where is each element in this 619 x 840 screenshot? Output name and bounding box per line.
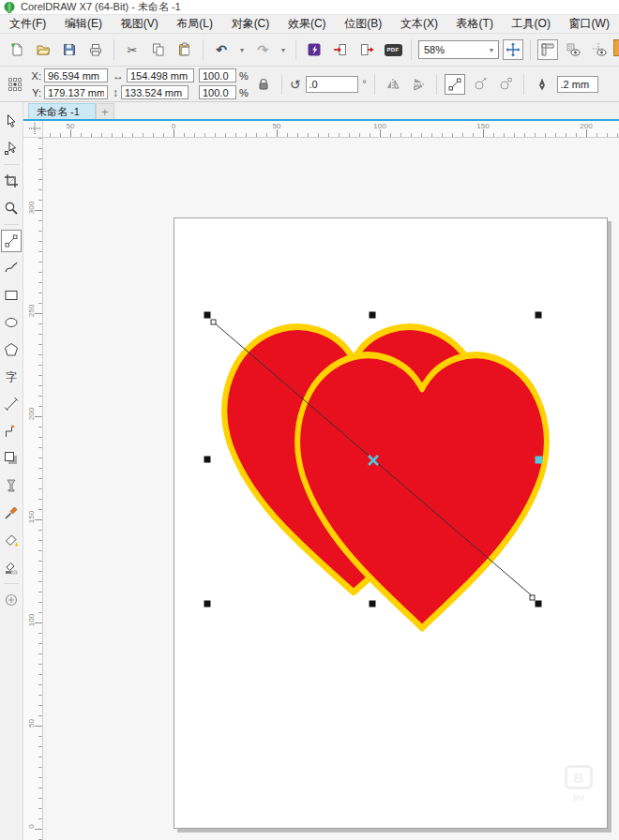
- menu-object[interactable]: 对象(C): [232, 16, 270, 32]
- line-endpoint-node[interactable]: [211, 320, 216, 324]
- outline-width-input[interactable]: [557, 76, 598, 93]
- line-segment-button[interactable]: [445, 74, 465, 95]
- ruler-label: 250: [27, 305, 36, 318]
- zoom-tool[interactable]: [1, 197, 22, 219]
- shape-node-arrow-icon: [4, 141, 19, 156]
- ruler-label: 50: [273, 122, 281, 130]
- dimension-tool[interactable]: [1, 393, 22, 415]
- vertical-ruler[interactable]: 300 250 200 150 100 50 0: [23, 138, 43, 840]
- close-curve-button[interactable]: [470, 74, 491, 95]
- object-origin-grid-icon: [8, 78, 22, 91]
- y-position-input[interactable]: [44, 85, 108, 99]
- show-grid-button[interactable]: [562, 38, 584, 61]
- menu-file[interactable]: 文件(F): [9, 16, 46, 32]
- reduce-nodes-button[interactable]: [495, 74, 516, 95]
- zoom-level-dropdown[interactable]: 58% ▾: [418, 40, 499, 59]
- menu-text[interactable]: 文本(X): [400, 16, 438, 32]
- polygon-icon: [4, 342, 19, 357]
- freehand-tool[interactable]: [1, 230, 22, 252]
- open-button[interactable]: [32, 38, 54, 61]
- snap-to-button[interactable]: [588, 38, 611, 61]
- ruler-label: 300: [27, 202, 36, 215]
- object-origin-button[interactable]: [5, 74, 25, 95]
- color-eyedropper-tool[interactable]: [1, 502, 22, 524]
- ellipse-tool[interactable]: [1, 311, 22, 334]
- undo-button[interactable]: ↶: [210, 38, 233, 61]
- selection-handle[interactable]: [204, 457, 211, 463]
- import-button[interactable]: [329, 38, 352, 61]
- menu-effects[interactable]: 效果(C): [288, 16, 326, 32]
- pick-tool[interactable]: [1, 110, 22, 132]
- cut-button[interactable]: ✂: [121, 38, 143, 61]
- mirror-vertical-button[interactable]: [408, 74, 429, 95]
- object-width-input[interactable]: [127, 68, 194, 82]
- menu-layout[interactable]: 布局(L): [176, 16, 213, 32]
- selection-handle[interactable]: [370, 312, 376, 319]
- mirror-horizontal-button[interactable]: [383, 74, 403, 95]
- document-tab[interactable]: 未命名 -1: [28, 103, 96, 119]
- publish-pdf-button[interactable]: PDF: [382, 38, 404, 61]
- shape-tool[interactable]: [1, 137, 22, 159]
- scale-x-input[interactable]: [199, 68, 236, 82]
- transparency-tool[interactable]: [1, 474, 22, 497]
- toolbox-separator: [4, 224, 19, 225]
- connector-icon: [4, 424, 19, 439]
- rectangle-tool[interactable]: [1, 284, 22, 307]
- selection-handle-active[interactable]: [536, 457, 543, 464]
- transparency-glass-icon: [4, 478, 19, 493]
- selection-handle[interactable]: [204, 312, 211, 319]
- copy-button[interactable]: [147, 38, 170, 61]
- show-rulers-button[interactable]: [537, 39, 558, 60]
- print-button[interactable]: [84, 38, 107, 61]
- new-document-button[interactable]: [6, 38, 28, 61]
- menu-bitmaps[interactable]: 位图(B): [344, 16, 382, 32]
- save-button[interactable]: [58, 38, 81, 61]
- text-tool[interactable]: 字: [1, 366, 22, 388]
- drawing-workspace[interactable]: B jiv: [43, 138, 619, 840]
- reduce-nodes-icon: [498, 77, 513, 92]
- quick-customize-button[interactable]: [1, 589, 22, 611]
- zoom-to-page-button[interactable]: [503, 39, 523, 60]
- redo-dropdown-button[interactable]: ▾: [278, 38, 289, 61]
- menu-table[interactable]: 表格(T): [457, 16, 493, 32]
- menu-tools[interactable]: 工具(O): [512, 16, 551, 32]
- line-endpoint-node[interactable]: [530, 595, 535, 600]
- selection-handle[interactable]: [370, 601, 376, 608]
- fill-tool[interactable]: [1, 529, 22, 551]
- menu-window[interactable]: 窗口(W): [569, 16, 610, 32]
- lock-ratio-button[interactable]: [253, 74, 274, 95]
- rotation-angle-input[interactable]: [306, 76, 358, 93]
- horizontal-ruler[interactable]: 50 0 50 100 150 200: [43, 121, 619, 138]
- x-position-label: X:: [30, 70, 41, 82]
- x-position-input[interactable]: [44, 68, 108, 82]
- new-tab-button[interactable]: +: [96, 103, 114, 119]
- toolbar-separator: [113, 39, 114, 60]
- selection-handle[interactable]: [536, 601, 542, 608]
- document-tab-bar: 未命名 -1 +: [23, 102, 619, 119]
- drop-shadow-tool[interactable]: [1, 447, 22, 470]
- object-height-input[interactable]: [121, 85, 189, 99]
- heart-shape-front[interactable]: [297, 355, 546, 628]
- interactive-fill-tool[interactable]: [1, 556, 22, 578]
- outline-width-button[interactable]: [532, 74, 552, 95]
- selection-handle[interactable]: [536, 312, 542, 319]
- undo-dropdown-button[interactable]: ▾: [236, 38, 248, 61]
- connector-tool[interactable]: [1, 420, 22, 442]
- crop-tool[interactable]: [1, 170, 22, 192]
- scale-y-input[interactable]: [199, 85, 236, 99]
- search-content-button[interactable]: [303, 38, 325, 61]
- paste-button[interactable]: [174, 38, 196, 61]
- menu-edit[interactable]: 编辑(E): [65, 16, 102, 32]
- toolbar-separator: [203, 39, 204, 60]
- menu-view[interactable]: 视图(V): [121, 16, 159, 32]
- rotation-icon: ↺: [290, 78, 301, 91]
- artistic-media-tool[interactable]: [1, 257, 22, 279]
- rectangle-icon: [4, 288, 19, 303]
- selection-handle[interactable]: [204, 601, 211, 608]
- redo-button[interactable]: ↷: [251, 38, 274, 61]
- cut-scissors-icon: ✂: [128, 44, 138, 56]
- chevron-down-icon: ▾: [240, 46, 244, 54]
- export-button[interactable]: [355, 38, 378, 61]
- polygon-tool[interactable]: [1, 338, 22, 361]
- undo-icon: ↶: [216, 43, 227, 56]
